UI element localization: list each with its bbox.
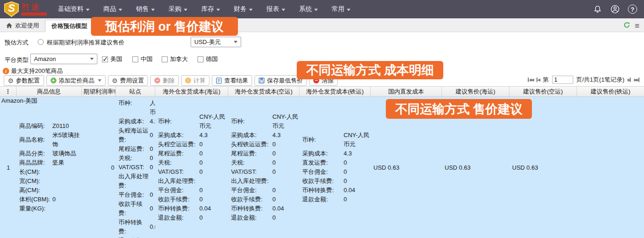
menu-sales[interactable]: 销售	[136, 5, 155, 13]
user-icon[interactable]	[610, 4, 620, 14]
minus-circle-icon: −	[154, 77, 160, 83]
chevron-down-icon	[216, 9, 220, 11]
detail-label: VAT/GST:	[119, 163, 150, 172]
detail-value: 0	[199, 195, 228, 204]
chevron-down-icon	[282, 9, 285, 11]
detail-value: 坚果	[52, 158, 82, 167]
detail-value: 0	[344, 177, 371, 186]
first-page-icon[interactable]: ◀◀	[528, 77, 533, 82]
detail-label: 退款金额:	[158, 213, 199, 222]
params-config-button[interactable]: ⚙ 参数配置	[4, 75, 44, 86]
detail-label: 高(CM):	[19, 186, 52, 195]
platform-select[interactable]: Amazon	[30, 54, 97, 64]
tab-tools: ≡	[623, 22, 644, 32]
pagination: ◀◀ ◀ 第 页/共1页(1笔记录) ▶ ▶▶	[528, 76, 639, 84]
header-cost-rail: 海外仓发货成本(铁运)	[299, 87, 371, 96]
bell-icon[interactable]	[593, 4, 603, 14]
detail-label: 币种转换费:	[231, 204, 272, 213]
chevron-down-icon	[151, 9, 155, 11]
prev-page-icon[interactable]: ◀	[537, 77, 540, 82]
detail-label: 退款金额:	[119, 236, 150, 238]
detail-label: 币种:	[158, 117, 199, 126]
detail-label: 收款手续费:	[119, 199, 150, 218]
detail-value: 0	[199, 149, 228, 158]
detail-line: VAT/GST:0	[231, 167, 299, 177]
header-profit-rate: ▶期望利润率%	[82, 87, 116, 96]
brand-name: 胜途	[21, 3, 47, 11]
gear-icon: ⚙	[112, 77, 118, 84]
detail-label: 头程铁运运费:	[231, 140, 272, 149]
detail-line: 采购成本:4.3	[119, 117, 155, 126]
view-results-button[interactable]: 查看结果	[212, 75, 252, 86]
detail-value: 0	[150, 204, 155, 213]
page-number-input[interactable]	[552, 76, 573, 84]
chevron-down-icon	[314, 9, 318, 11]
detail-label: 商品分类:	[19, 149, 52, 158]
chevron-down-icon	[347, 9, 350, 11]
detail-line: 长(CM):	[19, 167, 82, 177]
menu-system[interactable]: 系统	[299, 5, 318, 13]
menu-common[interactable]: 常用	[332, 5, 350, 13]
detail-label: 退款金额:	[302, 195, 344, 204]
home-icon	[6, 22, 12, 29]
header-product-info: 商品信息	[17, 87, 82, 96]
detail-label: 体积(CBM):	[19, 195, 52, 204]
tab-welcome[interactable]: 欢迎使用	[0, 19, 45, 32]
detail-line: 出入库处理费:	[158, 177, 228, 186]
document-icon	[216, 77, 222, 84]
fee-settings-button[interactable]: ⚙ 费用设置	[108, 75, 148, 86]
detail-value: 0	[199, 140, 228, 149]
chevron-down-icon	[90, 58, 94, 60]
detail-line: 关税:0	[231, 158, 299, 167]
detail-label: 币种转换费:	[302, 186, 344, 195]
detail-label: 尾程运费:	[119, 144, 150, 154]
row-handle-header[interactable]: ⋮	[0, 87, 17, 96]
detail-label: 关税:	[158, 158, 199, 167]
calculate-button[interactable]: ↑ 计算	[181, 75, 209, 86]
site-checkbox-cn[interactable]: 中国	[132, 55, 153, 63]
detail-value: 0	[199, 167, 228, 177]
delete-button[interactable]: − 删除	[150, 75, 179, 86]
detail-value: 0	[344, 195, 371, 204]
help-icon[interactable]: ?	[627, 4, 638, 14]
table-row[interactable]: 1 商品编码:Z0110商品名称:米5玻璃挂饰商品分类:玻璃饰品商品品牌:坚果长…	[0, 97, 644, 238]
next-page-icon[interactable]: ▶	[627, 77, 631, 82]
site-checkbox-us[interactable]: 美国	[102, 55, 122, 63]
page-total-label: 页/共1页(1笔记录)	[576, 76, 625, 84]
table-header: ⋮ 商品信息 ▶期望利润率% 站点 海外仓发货成本(海运) 海外仓发货成本(空运…	[0, 86, 644, 97]
menu-purchase[interactable]: 采购	[169, 5, 187, 13]
detail-label: 币种:	[119, 99, 150, 108]
annotation-profit-or-price: 预估利润 or 售价建议	[91, 17, 238, 36]
detail-label: 平台佣金:	[158, 186, 199, 195]
menu-finance[interactable]: 财务	[234, 5, 253, 13]
detail-value: 4.3	[199, 131, 228, 140]
detail-value: 4.3	[344, 149, 371, 158]
detail-label: 尾程运费:	[158, 149, 199, 158]
menu-base-data[interactable]: 基础资料	[58, 5, 90, 13]
detail-label: 收款手续费:	[302, 177, 344, 186]
detail-label: 平台佣金:	[231, 186, 272, 195]
menu-product[interactable]: 商品	[103, 5, 122, 13]
menu-report[interactable]: 报表	[266, 5, 285, 13]
site-checkbox-ca[interactable]: 加拿大	[162, 55, 188, 63]
detail-line: 平台佣金:0	[119, 190, 155, 199]
detail-line: VAT/GST:0	[158, 167, 228, 177]
detail-label: 币种:	[231, 117, 272, 126]
chevron-down-icon	[98, 79, 102, 82]
menu-icon[interactable]: ≡	[635, 22, 639, 30]
detail-line: 商品分类:玻璃饰品	[19, 149, 82, 158]
refresh-icon[interactable]	[623, 22, 630, 30]
detail-label: 平台佣金:	[119, 190, 150, 199]
chevron-down-icon	[184, 9, 187, 11]
detail-line: 采购成本:4.3	[302, 149, 371, 158]
app-logo[interactable]: 胜途	[0, 0, 51, 18]
detail-label: 出入库处理费:	[158, 177, 199, 186]
last-page-icon[interactable]: ▶▶	[634, 77, 639, 82]
add-pricing-product-button[interactable]: + 添加定价商品	[46, 75, 106, 86]
detail-value: 0	[150, 131, 155, 140]
detail-label: 关税:	[231, 158, 272, 167]
site-checkbox-de[interactable]: 德国	[198, 55, 218, 63]
menu-inventory[interactable]: 库存	[201, 5, 220, 13]
currency-select[interactable]: USD-美元	[191, 37, 241, 47]
profit-rate-radio[interactable]	[38, 39, 44, 45]
